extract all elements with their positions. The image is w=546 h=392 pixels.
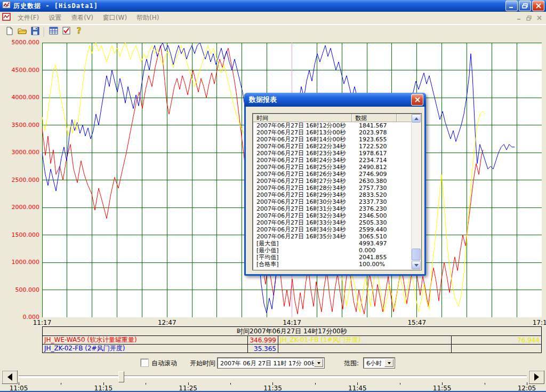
mdi-minimize-button[interactable]	[515, 14, 524, 22]
range-label: 范围:	[344, 359, 359, 368]
menu-item-file[interactable]: 文件(F)	[18, 13, 39, 22]
checkbox-icon	[62, 27, 70, 37]
report-cell-value: 1978.617	[357, 150, 387, 157]
y-axis-label: 500.000	[0, 286, 39, 293]
new-file-button[interactable]	[3, 26, 16, 38]
restore-button[interactable]	[519, 1, 531, 11]
y-axis-label: 2000.000	[0, 204, 39, 211]
mdi-close-button[interactable]	[535, 14, 544, 22]
report-table-button[interactable]	[47, 26, 60, 38]
arrow-left-icon	[7, 373, 12, 381]
mdi-document-icon[interactable]	[2, 13, 11, 23]
report-cell-value: 2041.855	[357, 254, 387, 261]
y-axis-label: 3000.000	[0, 149, 39, 156]
report-cell-value: 2833.520	[357, 191, 387, 198]
range-dropdown-button[interactable]	[384, 359, 394, 367]
dialog-title: 数据报表	[249, 95, 277, 105]
column-header-data[interactable]: 数据	[352, 114, 397, 122]
range-select[interactable]: 6小时	[364, 358, 395, 368]
slider-track[interactable]	[19, 375, 527, 378]
x-axis-label: 14:17	[283, 319, 301, 326]
report-cell-value: 2376.230	[357, 205, 387, 212]
minimize-button[interactable]	[505, 1, 518, 11]
data-check-button[interactable]	[60, 26, 73, 38]
report-cell-value: 1923.655	[357, 136, 387, 143]
report-scrollbar[interactable]	[411, 114, 421, 269]
report-cell-value: 4993.497	[357, 240, 387, 247]
report-cell-value: 2023.978	[357, 129, 387, 136]
x-axis-label: 17:17	[533, 319, 546, 326]
scrollbar-up-button[interactable]	[412, 114, 421, 123]
time-scrollbar	[0, 370, 546, 383]
legend-time-header: 时间2007年06月27日 14时17分00秒	[43, 327, 541, 336]
report-cell-value: 100.00%	[357, 261, 385, 268]
svg-text:?: ?	[77, 27, 82, 35]
report-cell-value: 2746.909	[357, 171, 387, 178]
legend-pen3-name: JH_ZK-01-FB (1#风门开度)	[278, 336, 452, 344]
legend-pen2-name: JH_ZK-02-FB (2#风门开度)	[43, 345, 248, 353]
time-minor-tick	[61, 383, 61, 385]
y-axis-label: 4000.000	[0, 94, 39, 101]
slider-thumb[interactable]	[118, 371, 124, 382]
chevron-down-icon	[388, 362, 391, 364]
help-icon: ?	[75, 27, 83, 37]
report-row[interactable]: [合格率]100.00%	[253, 261, 412, 268]
start-time-select[interactable]: 2007年 06月 27日 11时 17分 00秒	[218, 358, 324, 368]
save-icon	[31, 27, 39, 37]
y-axis-label: 3500.000	[0, 122, 39, 129]
close-button[interactable]	[532, 1, 544, 11]
toolbar: ?	[0, 25, 546, 39]
bottom-controls: 自动滚动 开始时间 2007年 06月 27日 11时 17分 00秒 范围: …	[0, 354, 546, 370]
mdi-restore-button[interactable]	[525, 14, 534, 22]
report-dialog[interactable]: 数据报表 时间 数据 2007年06月27日 16时12分00秒1841.567…	[244, 93, 426, 276]
report-cell-value: 2490.812	[357, 164, 387, 171]
arrow-down-icon	[414, 264, 419, 267]
start-time-label: 开始时间	[190, 359, 215, 368]
report-list-header: 时间 数据	[253, 114, 412, 122]
legend-empty-name	[278, 345, 452, 353]
menu-item-view[interactable]: 查看(V)	[71, 13, 93, 22]
column-header-time[interactable]: 时间	[253, 114, 352, 122]
report-cell-value: 1841.567	[357, 122, 387, 129]
y-axis-label: 4500.000	[0, 67, 39, 74]
report-cell-value: 2337.730	[357, 198, 387, 205]
chevron-down-icon	[317, 362, 320, 364]
scrollbar-thumb[interactable]	[412, 249, 421, 260]
new-file-icon	[5, 27, 14, 37]
autoscroll-checkbox[interactable]	[141, 359, 148, 366]
time-minor-tick	[315, 383, 316, 385]
menu-item-window[interactable]: 窗口(W)	[103, 13, 127, 22]
x-axis-label: 11:17	[33, 319, 52, 326]
report-cell-value: 2505.330	[357, 219, 387, 226]
column-header-empty	[397, 114, 412, 122]
legend-pen3-value: 76.944	[452, 336, 541, 344]
start-time-dropdown-button[interactable]	[314, 359, 323, 367]
report-list[interactable]: 时间 数据 2007年06月27日 16时12分00秒1841.5672007年…	[253, 114, 421, 270]
menu-bar: 文件(F)设置查看(V)窗口(W)帮助(H)	[0, 12, 546, 25]
dialog-close-button[interactable]	[411, 94, 423, 106]
dialog-title-bar[interactable]: 数据报表	[244, 93, 426, 107]
application-window: 历史数据 - [HisData1] 文件(F)设置查看(V)窗口(W)帮助(H)…	[0, 0, 546, 392]
report-rows: 2007年06月27日 16时12分00秒1841.5672007年06月27日…	[253, 122, 412, 269]
save-file-button[interactable]	[29, 26, 42, 38]
legend-row-pen2[interactable]: JH_ZK-02-FB (2#风门开度) 35.365	[43, 344, 541, 353]
legend-row-pen1[interactable]: JH_WE-WA50 (软水计量罐重量) 346.999 JH_ZK-01-FB…	[43, 336, 541, 344]
start-time-value: 2007年 06月 27日 11时 17分 00秒	[220, 359, 314, 367]
x-axis-label: 12:47	[158, 319, 176, 326]
y-axis-label: 5000.000	[0, 39, 39, 46]
time-minor-tick	[230, 383, 231, 385]
y-axis-label: 2500.000	[0, 177, 39, 183]
report-cell-value: 1722.520	[357, 143, 387, 150]
help-button[interactable]: ?	[73, 26, 85, 38]
report-cell-value: 2346.500	[357, 212, 387, 219]
menu-items: 文件(F)设置查看(V)窗口(W)帮助(H)	[13, 13, 164, 22]
menu-item-help[interactable]: 帮助(H)	[136, 13, 159, 22]
scrollbar-down-button[interactable]	[412, 261, 421, 269]
legend-table: 时间2007年06月27日 14时17分00秒 JH_WE-WA50 (软水计量…	[42, 326, 542, 353]
y-axis-label: 1500.000	[0, 231, 39, 238]
menu-item-settings[interactable]: 设置	[49, 13, 61, 22]
time-minor-tick	[485, 383, 485, 385]
legend-pen2-value: 35.365	[248, 345, 278, 353]
open-file-button[interactable]	[16, 26, 29, 38]
mdi-window-buttons	[513, 14, 544, 22]
